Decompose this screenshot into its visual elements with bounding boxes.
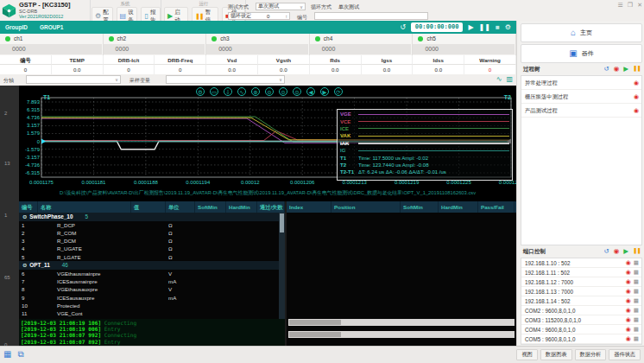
test-mode-select[interactable]: 单次测试∨ [256, 3, 306, 10]
axis-select[interactable]: ∨ [26, 75, 121, 84]
port-item[interactable]: 192.168.1.12 : 7000◉▦ [521, 277, 641, 287]
timer-play-icon[interactable]: ▶ [468, 23, 473, 31]
index-column-header[interactable]: Pass/Fail [478, 201, 515, 213]
line-chart-icon[interactable]: ∿ [496, 75, 502, 83]
legend-series-VAK[interactable]: VAK [340, 132, 509, 139]
channel-ch2[interactable]: ch20000 [104, 34, 207, 55]
left-marker-icon[interactable] [41, 139, 46, 144]
loop-mode-value[interactable]: 单次测试 [338, 3, 359, 11]
close-icon[interactable]: ✕ [637, 2, 642, 9]
port-item[interactable]: 192.168.1.10 : 502◉▦ [521, 258, 641, 268]
pause-icon[interactable]: ❚❚ [633, 65, 641, 73]
port-item[interactable]: COM4 : 9600,8,0,1,0◉▦ [521, 325, 641, 334]
tab-视图[interactable]: 视图 [516, 349, 537, 360]
bar-chart-icon[interactable]: ▥ [506, 75, 513, 83]
port-item[interactable]: 192.168.1.13 : 7000◉▦ [521, 287, 641, 296]
next-icon[interactable]: ▶ [320, 87, 329, 96]
result-row[interactable]: 8VGEthausauxpreV [19, 285, 285, 293]
channel-ch4[interactable]: ch40000 [310, 34, 414, 55]
legend-series-ICE[interactable]: ICE [340, 125, 509, 132]
legend-series-IAK[interactable]: IAK [340, 140, 509, 147]
signal-icon[interactable]: ∿ [237, 87, 246, 96]
port-device-icon[interactable]: ▦ [634, 297, 639, 304]
results-hscrollbar[interactable] [288, 331, 515, 338]
port-item[interactable]: COM3 : 115200,8,0,1,0◉▦ [521, 315, 641, 325]
result-row[interactable]: 11VGE_Cont [19, 309, 285, 317]
tab-器件状态[interactable]: 器件状态 [609, 349, 641, 360]
record-icon[interactable]: ◉ [626, 335, 631, 342]
layout-icon[interactable]: ❐ [628, 2, 633, 9]
result-row[interactable]: 6VGEthausmainpreV [19, 270, 285, 277]
legend-series-VGE[interactable]: VGE [340, 111, 509, 118]
record-icon[interactable]: ◉ [626, 326, 631, 333]
reset-timer-icon[interactable]: ↺ [400, 23, 406, 31]
collapse-icon[interactable]: ⊝ [279, 87, 287, 96]
play-icon[interactable]: ▶ [623, 65, 628, 73]
record-icon[interactable]: ◉ [634, 107, 639, 114]
scroll-thumb[interactable] [280, 213, 284, 232]
loop-count-stepper[interactable]: 循环设定0↕ [228, 12, 290, 20]
process-item[interactable]: 异常处理过程◉ [521, 76, 641, 90]
prev-icon[interactable]: ◀ [306, 87, 315, 96]
port-device-icon[interactable]: ▦ [634, 278, 639, 285]
refresh-icon[interactable]: ↺ [603, 65, 609, 73]
record-icon[interactable]: ◉ [626, 278, 631, 285]
record-icon[interactable]: ◉ [626, 288, 631, 295]
tab-数据图表[interactable]: 数据图表 [540, 349, 572, 360]
port-device-icon[interactable]: ▦ [634, 259, 639, 266]
result-row[interactable]: 10Protected [19, 302, 285, 309]
zoom-out-icon[interactable]: ⊖ [265, 87, 274, 96]
port-device-icon[interactable]: ▦ [634, 307, 639, 314]
serial-input[interactable] [314, 12, 428, 20]
port-item[interactable]: 192.168.1.11 : 502◉▦ [521, 268, 641, 277]
process-item[interactable]: 栅压振荡中测过程◉ [521, 90, 641, 104]
results-column-header[interactable]: 编号 [19, 201, 38, 213]
refresh-icon[interactable]: ⟳ [334, 87, 343, 96]
scroll-thumb[interactable] [289, 332, 341, 337]
pause-icon[interactable]: ❚❚ [633, 247, 641, 255]
refresh-icon[interactable]: ↺ [603, 247, 609, 255]
port-device-icon[interactable]: ▦ [634, 316, 639, 323]
timer-stop-icon[interactable]: ■ [496, 23, 500, 31]
sample-var-select[interactable]: ∨ [166, 75, 285, 84]
record-icon[interactable]: ◉ [634, 93, 639, 100]
port-device-icon[interactable]: ▦ [634, 288, 639, 295]
result-row[interactable]: 9ICESausauxpremA [19, 294, 285, 302]
results-column-header[interactable]: HardMin [226, 201, 257, 213]
timer-pause-icon[interactable]: ❚❚ [479, 23, 490, 31]
play-icon[interactable]: ▶ [623, 247, 628, 255]
timer-settings-icon[interactable]: ⚙ [505, 23, 511, 31]
result-row[interactable]: 5R_LGATEΩ [19, 253, 285, 261]
scroll-thumb[interactable] [289, 320, 341, 325]
index-column-header[interactable]: SoftMin [401, 201, 439, 213]
process-item[interactable]: 产品测试过程◉ [521, 104, 641, 118]
sidebar-home-button[interactable]: ⌂ 主页 [521, 23, 642, 42]
port-item[interactable]: COM2 : 9600,8,0,1,0◉▦ [521, 306, 641, 315]
channel-ch1[interactable]: ch1↻0000 [0, 34, 104, 55]
collapse-icon[interactable]: ⊖ [22, 213, 27, 220]
legend-series-VCE[interactable]: VCE [340, 118, 509, 124]
result-row[interactable]: 7ICESausmainpremA [19, 277, 285, 285]
results-column-header[interactable]: 名称 [38, 201, 131, 213]
index-column-header[interactable]: HardMin [439, 201, 478, 213]
port-device-icon[interactable]: ▦ [634, 326, 639, 333]
record-icon[interactable]: ◉ [626, 307, 631, 314]
record-icon[interactable]: ◉ [626, 259, 631, 266]
channel-ch5[interactable]: ch50000 [413, 34, 516, 55]
port-item[interactable]: COM5 : 9600,8,0,1,0◉▦ [521, 334, 641, 344]
record-icon[interactable]: ◉ [634, 80, 639, 86]
tab-数据分析[interactable]: 数据分析 [575, 349, 607, 360]
connect-icon[interactable]: ⧉ [17, 349, 23, 360]
port-device-icon[interactable]: ▦ [634, 269, 639, 276]
result-row[interactable]: 2R_COMΩ [19, 229, 285, 237]
index-column-header[interactable]: Position [331, 201, 401, 213]
record-icon[interactable]: ◉ [626, 269, 631, 276]
port-device-icon[interactable]: ▦ [634, 335, 639, 342]
results-column-header[interactable]: 单位 [166, 201, 195, 213]
port-item[interactable]: 192.168.1.14 : 502◉▦ [521, 296, 641, 306]
result-group-row[interactable]: ⊖OPT_1146 [19, 261, 285, 270]
result-group-row[interactable]: ⊖SwitchPhase_105 [19, 213, 285, 221]
display-icon[interactable]: ▭ [210, 87, 218, 96]
result-row[interactable]: 3R_DCMΩ [19, 237, 285, 245]
record-icon[interactable]: ◉ [614, 65, 620, 73]
